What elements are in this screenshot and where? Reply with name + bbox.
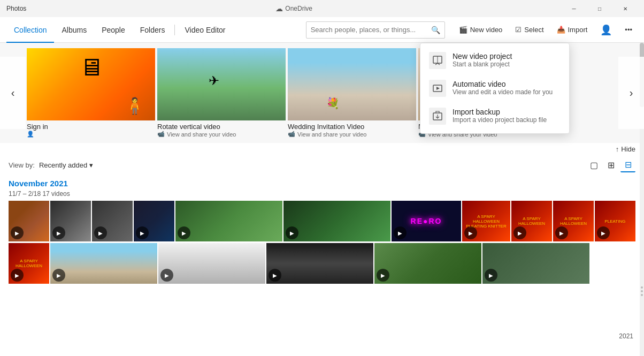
maximize-button[interactable]: □ — [587, 0, 612, 17]
chevron-left-icon: ‹ — [11, 87, 15, 99]
window-controls: ─ □ ✕ — [562, 0, 638, 17]
view-by-select[interactable]: Recently added ▾ — [39, 161, 93, 169]
featured-next-button[interactable]: › — [618, 57, 644, 129]
photo-thumb-1[interactable]: ▶ — [9, 201, 49, 241]
featured-thumb-signin: 🖥 🧍 — [27, 48, 155, 120]
import-icon: 📥 — [557, 26, 565, 34]
chevron-down-icon: ▾ — [89, 161, 93, 169]
dropdown-item-new-project[interactable]: New video project Start a blank project — [420, 47, 569, 74]
section-subtitle: 11/7 – 2/18 17 videos — [9, 190, 635, 198]
play-icon-14: ▶ — [160, 269, 173, 282]
photo-thumb-14[interactable]: ▶ — [158, 243, 265, 284]
video-share-icon-rotate: 📹 — [157, 131, 165, 138]
play-icon-12: ▶ — [11, 269, 24, 282]
select-button[interactable]: ☑ Select — [510, 21, 549, 39]
featured-item-wedding[interactable]: 💐 Wedding Invitation Video 📹 View and sh… — [288, 48, 416, 138]
photo-thumb-6[interactable]: ▶ — [283, 201, 390, 241]
featured-prev-button[interactable]: ‹ — [0, 57, 26, 129]
new-project-sub: Start a blank project — [453, 60, 512, 68]
title-bar: Photos ☁ OneDrive ─ □ ✕ — [0, 0, 644, 17]
photo-section: November 2021 11/7 – 2/18 17 videos ▶ ▶ … — [0, 177, 644, 286]
photo-thumb-11[interactable]: PLEATING ▶ — [595, 201, 635, 241]
dropdown-item-import-backup[interactable]: Import backup Import a video project bac… — [420, 102, 569, 130]
play-icon-10: ▶ — [555, 226, 568, 239]
view-controls: View by: Recently added ▾ ▢ ⊞ ⊟ — [0, 155, 644, 177]
import-backup-title: Import backup — [453, 108, 547, 116]
view-medium-button[interactable]: ⊞ — [603, 157, 618, 172]
new-video-button[interactable]: 🎬 New video — [454, 21, 508, 39]
app-title: Photos — [6, 5, 26, 12]
photo-thumb-10[interactable]: A SPARYHALLOWEEN ▶ — [553, 201, 594, 241]
nav-divider — [174, 25, 175, 35]
scroll-dot-2 — [641, 290, 643, 292]
photo-thumb-8[interactable]: A SPARY HALLOWEENPLEATING KNITTER ▶ — [462, 201, 510, 241]
play-icon-6: ▶ — [286, 226, 298, 239]
minimize-button[interactable]: ─ — [562, 0, 586, 17]
account-button[interactable]: 👤 — [595, 21, 617, 39]
featured-item-rotate[interactable]: ✈ Rotate vertical video 📹 View and share… — [157, 48, 286, 138]
onedrive-label: OneDrive — [285, 5, 312, 12]
chevron-right-icon: › — [630, 87, 633, 99]
nav-collection[interactable]: Collection — [6, 17, 54, 43]
nav-video-editor[interactable]: Video Editor — [177, 17, 233, 43]
play-icon-2: ▶ — [52, 226, 65, 239]
featured-sublabel-rotate: 📹 View and share your video — [157, 131, 286, 138]
nav-albums[interactable]: Albums — [54, 17, 94, 43]
auto-video-sub: View and edit a video made for you — [453, 88, 553, 96]
new-project-icon — [429, 52, 446, 69]
view-large-button[interactable]: ▢ — [586, 157, 601, 172]
dropdown-item-auto-video[interactable]: Automatic video View and edit a video ma… — [420, 74, 569, 102]
scroll-dot-1 — [641, 286, 643, 289]
scroll-dots — [641, 286, 643, 296]
play-icon-13: ▶ — [52, 269, 65, 282]
person-icon: 👤 — [27, 131, 34, 138]
photo-thumb-12[interactable]: A SPARYHALLOWEEN ▶ — [9, 243, 49, 284]
photo-thumb-16[interactable]: ▶ — [374, 243, 481, 284]
view-large-icon: ▢ — [590, 160, 598, 170]
photo-thumb-15[interactable]: ▶ — [266, 243, 373, 284]
play-icon-5: ▶ — [178, 226, 190, 239]
import-button[interactable]: 📥 Import — [551, 21, 593, 39]
play-icon-15: ▶ — [269, 269, 281, 282]
photo-thumb-9[interactable]: A SPARYHALLOWEEN ▶ — [511, 201, 552, 241]
play-icon-3: ▶ — [94, 226, 107, 239]
search-bar[interactable]: 🔍 — [306, 21, 445, 39]
title-bar-left: Photos — [6, 5, 26, 12]
retro-text: RE●RO — [411, 217, 442, 225]
view-small-icon: ⊟ — [625, 160, 632, 170]
import-backup-text: Import backup Import a video project bac… — [453, 108, 547, 124]
featured-sublabel-signin: 👤 — [27, 131, 155, 138]
photo-thumb-2[interactable]: ▶ — [50, 201, 91, 241]
close-button[interactable]: ✕ — [613, 0, 638, 17]
photo-thumb-17[interactable]: ▶ — [482, 243, 589, 284]
nav-bar: Collection Albums People Folders Video E… — [0, 17, 644, 43]
search-input[interactable] — [311, 26, 428, 34]
auto-video-icon — [429, 80, 446, 97]
photo-grid-row2: A SPARYHALLOWEEN ▶ ▶ ▶ ▶ ▶ ▶ — [9, 243, 635, 284]
play-icon-7: ▶ — [394, 226, 407, 239]
dropdown-menu: New video project Start a blank project … — [420, 43, 570, 134]
new-project-text: New video project Start a blank project — [453, 52, 512, 68]
photo-thumb-7[interactable]: RE●RO ▶ — [392, 201, 461, 241]
import-backup-sub: Import a video project backup file — [453, 116, 547, 124]
play-icon-1: ▶ — [11, 226, 24, 239]
photo-thumb-5[interactable]: ▶ — [175, 201, 282, 241]
photo-thumb-4[interactable]: ▶ — [134, 201, 174, 241]
hide-bar: ↑ Hide — [0, 143, 644, 155]
featured-item-signin[interactable]: 🖥 🧍 Sign in 👤 — [27, 48, 155, 138]
search-icon: 🔍 — [431, 26, 440, 34]
featured-label-signin: Sign in — [27, 123, 155, 131]
featured-label-wedding: Wedding Invitation Video — [288, 123, 416, 131]
play-icon-4: ▶ — [136, 226, 149, 239]
nav-people[interactable]: People — [94, 17, 133, 43]
more-button[interactable]: ••• — [619, 21, 638, 39]
video-share-icon-wedding: 📹 — [288, 131, 295, 138]
nav-folders[interactable]: Folders — [133, 17, 173, 43]
view-small-button[interactable]: ⊟ — [620, 157, 635, 172]
featured-label-rotate: Rotate vertical video — [157, 123, 286, 131]
photo-thumb-13[interactable]: ▶ — [50, 243, 157, 284]
hide-up-icon: ↑ — [616, 145, 619, 153]
hide-button[interactable]: ↑ Hide — [616, 145, 635, 153]
photo-thumb-3[interactable]: ▶ — [92, 201, 133, 241]
play-icon-17: ▶ — [485, 269, 497, 282]
